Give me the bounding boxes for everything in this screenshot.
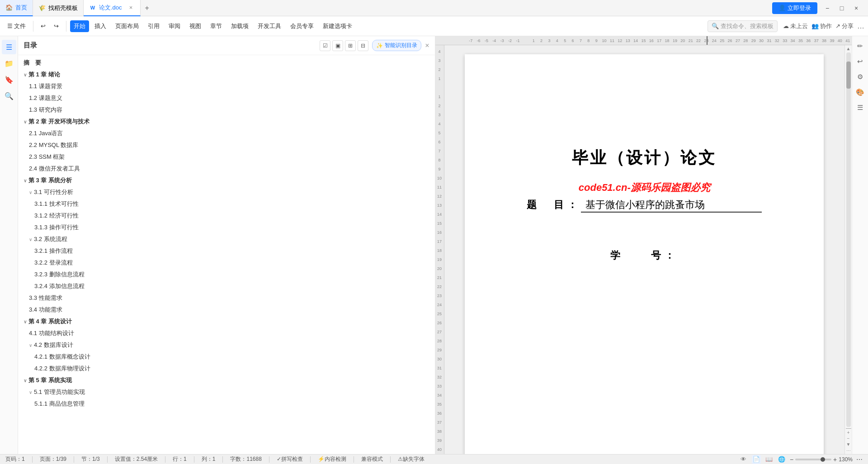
toc-tool-expand[interactable]: ▣ [332, 40, 343, 51]
devtools-tab-button[interactable]: 开发工具 [254, 20, 285, 32]
toc-list-item[interactable]: ∨ 第 1 章 绪论 [18, 69, 435, 80]
page-mode-single-button[interactable]: 👁 [739, 455, 748, 464]
redo-button[interactable]: ↪ [50, 21, 62, 31]
toc-list-item[interactable]: 3.2.2 登录流程 [18, 257, 435, 269]
page-mode-normal-button[interactable]: 📄 [752, 455, 761, 464]
toc-list-item[interactable]: ∨ 第 3 章 系统分析 [18, 175, 435, 186]
zoom-increase-button[interactable]: + [833, 456, 837, 463]
toc-tool-list[interactable]: ⊟ [358, 40, 368, 51]
toc-list-item[interactable]: 1.1 课题背景 [18, 80, 435, 92]
edit-icon[interactable]: ✏ [854, 40, 867, 52]
chapter-tab-button[interactable]: 章节 [207, 20, 226, 32]
tab-template[interactable]: 🌾 找稻壳模板 [33, 0, 84, 16]
toc-list-item[interactable]: 3.1.2 经济可行性 [18, 210, 435, 222]
toc-ai-button[interactable]: ✨ 智能识别目录 [372, 40, 421, 51]
toc-tool-check[interactable]: ☑ [320, 40, 330, 51]
v-ruler-mark: 29 [437, 346, 442, 355]
toc-list-item[interactable]: 3.2.1 操作流程 [18, 245, 435, 257]
scroll-thumb[interactable] [846, 62, 851, 89]
status-content-check[interactable]: ⚡内容检测 [318, 455, 346, 463]
scroll-more-button[interactable]: ⋯ [845, 447, 852, 454]
theme-icon[interactable]: 🎨 [854, 86, 867, 99]
toc-list-item[interactable]: 4.2.1 数据库概念设计 [18, 351, 435, 363]
toc-list-item[interactable]: 3.4 功能需求 [18, 304, 435, 316]
start-tab-button[interactable]: 开始 [70, 20, 89, 32]
bookmark-panel-icon[interactable]: 🔖 [2, 72, 16, 87]
new-tab-button[interactable]: 新建选项卡 [319, 20, 356, 32]
status-missing-font[interactable]: ⚠缺失字体 [398, 455, 425, 463]
view-tab-button[interactable]: 视图 [186, 20, 205, 32]
toc-list-item[interactable]: 2.1 Java语言 [18, 128, 435, 139]
status-spellcheck[interactable]: ✓拼写检查 [277, 455, 303, 463]
toc-list-item[interactable]: ∨ 第 2 章 开发环境与技术 [18, 116, 435, 128]
review-tab-button[interactable]: 审阅 [165, 20, 184, 32]
toc-list-item[interactable]: 3.1.1 技术可行性 [18, 198, 435, 210]
vip-tab-button[interactable]: 会员专享 [287, 20, 317, 32]
tab-doc-close[interactable]: × [127, 4, 135, 11]
status-sep-8 [310, 456, 311, 463]
toc-list-item[interactable]: 1.3 研究内容 [18, 104, 435, 116]
toc-list-item[interactable]: ∨ 5.1 管理员功能实现 [18, 386, 435, 398]
reference-tab-button[interactable]: 引用 [144, 20, 163, 32]
h-ruler-mark: 33 [781, 38, 789, 43]
win-close-button[interactable]: × [850, 2, 863, 14]
zoom-control[interactable]: − + 130% [790, 456, 853, 463]
format-icon[interactable]: ↩ [854, 55, 867, 68]
page-mode-reading-button[interactable]: 📖 [764, 455, 774, 464]
layout-tab-button[interactable]: 页面布局 [112, 20, 142, 32]
undo-button[interactable]: ↩ [37, 21, 49, 31]
toc-list-item[interactable]: ∨ 3.2 系统流程 [18, 233, 435, 245]
scroll-track[interactable] [846, 52, 851, 427]
zoom-out-button[interactable]: − [847, 436, 850, 441]
file-menu-button[interactable]: ☰ 文件 [4, 20, 29, 32]
status-more-button[interactable]: ⋯ [856, 456, 863, 463]
tab-home[interactable]: 🏠 首页 [0, 0, 33, 16]
collab-button[interactable]: 👥 协作 [811, 22, 832, 30]
toc-list-item[interactable]: 3.1.3 操作可行性 [18, 222, 435, 233]
toc-tool-collapse[interactable]: ⊞ [345, 40, 356, 51]
list-icon[interactable]: ☰ [854, 101, 867, 114]
toc-list-item[interactable]: ∨ 4.2 数据库设计 [18, 339, 435, 351]
toc-list-item[interactable]: ∨ 第 5 章 系统实现 [18, 374, 435, 386]
file-panel-icon[interactable]: 📁 [2, 56, 16, 71]
toc-panel-icon[interactable]: ☰ [2, 40, 16, 54]
scroll-up-button[interactable]: ▲ [845, 45, 852, 52]
zoom-slider[interactable] [795, 459, 831, 460]
page-mode-web-button[interactable]: 🌐 [777, 455, 786, 464]
status-compat-mode[interactable]: 兼容模式 [361, 455, 383, 463]
tab-doc[interactable]: W 论文.doc × [84, 0, 141, 16]
zoom-level-label: 130% [839, 456, 853, 463]
vertical-scrollbar[interactable]: ▲ + − ▼ ⋯ [844, 45, 852, 454]
toc-list-item[interactable]: ∨ 第 4 章 系统设计 [18, 316, 435, 327]
insert-tab-button[interactable]: 插入 [91, 20, 110, 32]
toc-list-item[interactable]: 4.1 功能结构设计 [18, 327, 435, 339]
toc-list-item[interactable]: 5.1.1 商品信息管理 [18, 398, 435, 410]
h-ruler-mark: 7 [577, 38, 585, 43]
toolbar-more-button[interactable]: … [857, 22, 864, 30]
addon-tab-button[interactable]: 加载项 [227, 20, 252, 32]
toc-list-item[interactable]: ∨ 3.1 可行性分析 [18, 186, 435, 198]
scroll-down-button[interactable]: ▼ [845, 441, 852, 447]
toc-list-item[interactable]: 3.2.3 删除信息流程 [18, 269, 435, 280]
toc-list-item[interactable]: 2.4 微信开发者工具 [18, 163, 435, 175]
doc-scroll-area[interactable]: code51.cn-源码乐园盗图必究 毕业（设计）论文 题 目： 基于微信小程序… [444, 45, 845, 454]
toc-list-item[interactable]: 3.2.4 添加信息流程 [18, 280, 435, 292]
register-button[interactable]: 👤 立即登录 [772, 2, 817, 14]
settings-icon[interactable]: ⚙ [854, 71, 867, 83]
toc-list-item[interactable]: 4.2.2 数据库物理设计 [18, 363, 435, 374]
share-button[interactable]: ↗ 分享 [835, 22, 854, 30]
tab-add-button[interactable]: + [141, 0, 154, 16]
cloud-button[interactable]: ☁ 未上云 [783, 22, 808, 30]
zoom-decrease-button[interactable]: − [790, 456, 793, 463]
toc-list-item[interactable]: 2.2 MYSQL 数据库 [18, 139, 435, 151]
search-panel-icon[interactable]: 🔍 [2, 89, 16, 103]
toc-list-item[interactable]: 3.3 性能需求 [18, 292, 435, 304]
search-box[interactable]: 🔍 查找命令、搜索模板 [708, 20, 778, 32]
toc-list-item[interactable]: 摘 要 [18, 57, 435, 69]
win-max-button[interactable]: □ [835, 2, 848, 14]
toc-list-item[interactable]: 1.2 课题意义 [18, 92, 435, 104]
toc-close-button[interactable]: × [425, 42, 429, 50]
toc-list-item[interactable]: 2.3 SSM 框架 [18, 151, 435, 163]
win-min-button[interactable]: − [821, 2, 834, 14]
zoom-in-button[interactable]: + [847, 430, 850, 435]
